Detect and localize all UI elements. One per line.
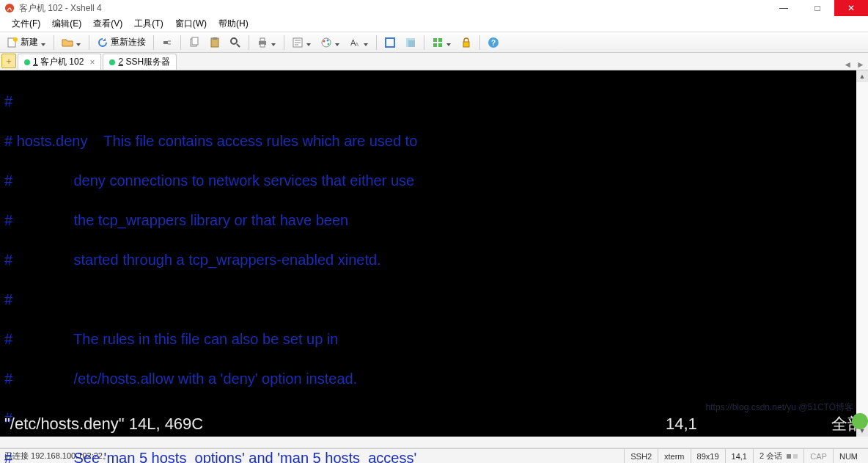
window-title: 客户机 102 - Xshell 4: [19, 2, 767, 15]
tab-close-icon[interactable]: ×: [89, 57, 95, 68]
reconnect-label: 重新连接: [111, 36, 146, 48]
term-line: #: [4, 92, 864, 112]
svg-rect-7: [213, 37, 217, 40]
svg-rect-22: [433, 38, 437, 42]
svg-rect-21: [408, 40, 415, 47]
svg-rect-5: [192, 37, 198, 45]
term-line: # See 'man 5 hosts_options' and 'man 5 h…: [4, 448, 864, 463]
maximize-button[interactable]: □: [801, 0, 834, 16]
svg-point-14: [323, 40, 326, 42]
scroll-track[interactable]: [856, 82, 868, 425]
separator: [249, 35, 249, 50]
reconnect-icon: [97, 37, 108, 48]
search-icon: [229, 37, 241, 48]
reconnect-button[interactable]: 重新连接: [93, 34, 150, 51]
menu-view[interactable]: 查看(V): [89, 16, 127, 32]
svg-text:A: A: [355, 41, 359, 48]
toolbar: 新建 重新连接 AA ?: [0, 32, 868, 53]
open-button[interactable]: [58, 34, 85, 51]
svg-rect-25: [438, 43, 442, 47]
palette-icon: [320, 37, 332, 48]
svg-rect-2: [13, 37, 18, 42]
chevron-down-icon: [271, 40, 276, 45]
svg-point-8: [231, 38, 237, 44]
chevron-down-icon: [40, 40, 46, 45]
print-icon: [257, 37, 268, 48]
scroll-up-icon[interactable]: ▲: [856, 70, 868, 82]
disconnect-button[interactable]: [158, 34, 177, 51]
properties-button[interactable]: [288, 34, 315, 51]
separator: [180, 35, 181, 50]
separator: [376, 35, 377, 50]
status-dot-icon: [109, 59, 115, 65]
term-line: # /etc/hosts.allow with a 'deny' option …: [4, 369, 864, 389]
close-button[interactable]: ✕: [834, 0, 868, 16]
new-icon: [7, 37, 18, 48]
copy-button[interactable]: [185, 34, 204, 51]
transparency-icon: [405, 37, 416, 48]
menu-tools[interactable]: 工具(T): [130, 16, 167, 32]
chevron-down-icon: [446, 40, 452, 45]
separator: [424, 35, 424, 50]
help-icon: ?: [488, 37, 499, 48]
chevron-down-icon: [363, 40, 369, 45]
scrollbar[interactable]: ▲ ▼: [856, 70, 868, 437]
plug-icon: [161, 37, 173, 48]
tile-icon: [432, 37, 444, 48]
separator: [153, 35, 154, 50]
terminal[interactable]: # # hosts.deny This file contains access…: [0, 70, 868, 437]
svg-rect-3: [163, 41, 168, 44]
menu-help[interactable]: 帮助(H): [214, 16, 253, 32]
status-dot-icon: [24, 59, 30, 65]
new-button[interactable]: 新建: [3, 34, 50, 51]
transparency-button[interactable]: [401, 34, 420, 51]
tab-prev-icon[interactable]: ◄: [843, 59, 852, 70]
separator: [89, 35, 89, 50]
svg-rect-23: [438, 38, 442, 42]
tab-ssh-server[interactable]: 2 SSH服务器: [103, 54, 177, 70]
corner-badge-icon: [852, 413, 868, 429]
term-line: # deny connections to network services t…: [4, 171, 864, 191]
minimize-button[interactable]: —: [767, 0, 801, 16]
vim-file-info: "/etc/hosts.deny" 14L, 469C: [4, 414, 666, 434]
tab-client-102[interactable]: 1 客户机 102 ×: [18, 54, 101, 70]
new-label: 新建: [21, 36, 38, 48]
tab-label: 1 客户机 102: [33, 56, 84, 68]
svg-rect-11: [260, 44, 265, 47]
fullscreen-icon: [384, 37, 396, 48]
watermark: https://blog.csdn.net/yu @51CTO博客: [706, 398, 853, 418]
svg-rect-10: [260, 38, 265, 41]
svg-rect-19: [386, 38, 394, 47]
print-button[interactable]: [253, 34, 280, 51]
fullscreen-button[interactable]: [380, 34, 400, 51]
add-tab-button[interactable]: ＋: [1, 54, 16, 68]
chevron-down-icon: [306, 40, 312, 45]
chevron-down-icon: [334, 40, 340, 45]
folder-icon: [62, 37, 73, 48]
help-button[interactable]: ?: [484, 34, 503, 51]
menu-edit[interactable]: 编辑(E): [48, 16, 86, 32]
titlebar: 客户机 102 - Xshell 4 — □ ✕: [0, 0, 868, 16]
term-line: # hosts.deny This file contains access r…: [4, 131, 864, 151]
svg-text:?: ?: [491, 39, 496, 47]
tile-button[interactable]: [428, 34, 455, 51]
paste-icon: [209, 37, 221, 48]
separator: [284, 35, 284, 50]
font-button[interactable]: AA: [345, 34, 372, 51]
separator: [54, 35, 54, 50]
font-icon: AA: [349, 37, 361, 48]
svg-point-13: [322, 38, 331, 47]
chevron-down-icon: [76, 40, 81, 45]
svg-point-15: [327, 39, 329, 41]
find-button[interactable]: [226, 34, 245, 51]
term-line: # the tcp_wrappers library or that have …: [4, 211, 864, 230]
term-line: #: [4, 290, 864, 310]
paste-button[interactable]: [205, 34, 224, 51]
menu-file[interactable]: 文件(F): [7, 16, 45, 32]
lock-button[interactable]: [457, 34, 476, 51]
separator: [479, 35, 480, 50]
menu-window[interactable]: 窗口(W): [171, 16, 211, 32]
svg-rect-24: [433, 43, 437, 47]
svg-rect-26: [463, 42, 469, 47]
color-button[interactable]: [317, 34, 344, 51]
